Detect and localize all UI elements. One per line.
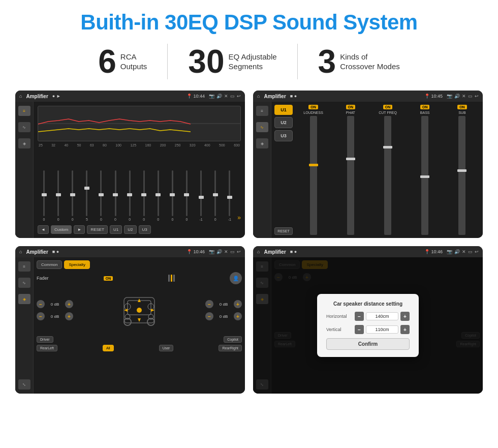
eq-thumb-5[interactable]: [99, 193, 104, 196]
eq-prev-btn[interactable]: ◄: [38, 225, 49, 234]
sidebar-eq-icon[interactable]: ≡: [18, 106, 30, 116]
ch-loudness: ON LOUDNESS: [296, 105, 331, 235]
sidebar3-expand-icon[interactable]: ⤡: [18, 379, 30, 390]
eq-thumb-4[interactable]: [84, 187, 89, 190]
eq-thumb-2[interactable]: [56, 193, 61, 196]
screen3-sidebar: ≡ ∿ ◈ ⤡: [15, 257, 34, 394]
topbar-icons-2: 📷🔊✕▭↩: [447, 94, 479, 99]
eq-thumb-7[interactable]: [127, 193, 132, 196]
crossover-reset-btn[interactable]: RESET: [274, 227, 293, 235]
sidebar-speaker-icon[interactable]: ◈: [18, 138, 30, 148]
db1-value: 0 dB: [48, 302, 62, 307]
db3-value: 0 dB: [216, 302, 231, 307]
eq-graph: [38, 106, 241, 141]
page: Buith-in 30EQ DSP Sound System 6 RCAOutp…: [0, 0, 498, 404]
rearleft-zone-btn[interactable]: RearLeft: [37, 345, 57, 351]
horizontal-minus-btn[interactable]: −: [355, 312, 364, 321]
eq-track-1[interactable]: [43, 170, 45, 216]
vertical-stepper: − 110cm +: [355, 325, 410, 334]
topbar-time-4: 📍 10:46: [424, 249, 443, 254]
eq-curve-svg: [38, 106, 240, 141]
eq-slider-12: -1: [195, 170, 207, 221]
vertical-plus-btn[interactable]: +: [400, 325, 410, 334]
eq-thumb-8[interactable]: [141, 193, 146, 196]
eq-thumb-14[interactable]: [227, 196, 232, 199]
eq-thumb-3[interactable]: [70, 193, 75, 196]
specialty-tab[interactable]: Specialty: [64, 260, 89, 269]
db1-minus-btn[interactable]: −: [37, 300, 45, 308]
db3-plus-btn[interactable]: +: [234, 300, 242, 308]
screen2-content: ≡ ∿ ◈ U1 U2 U3 RESET ON LOU: [253, 102, 483, 238]
rearright-zone-btn[interactable]: RearRight: [219, 345, 242, 351]
eq-u1-btn[interactable]: U1: [110, 225, 122, 234]
eq-u3-btn[interactable]: U3: [139, 225, 151, 234]
sidebar2-speaker-icon[interactable]: ◈: [256, 138, 268, 148]
fader-tabs: Common Specialty: [37, 260, 242, 269]
eq-bottom-controls: ◄ Custom ► RESET U1 U2 U3: [38, 225, 241, 234]
vertical-minus-btn[interactable]: −: [355, 325, 364, 334]
eq-more-btn[interactable]: »: [237, 214, 241, 221]
vertical-value: 110cm: [366, 325, 398, 334]
eq-thumb-11[interactable]: [184, 193, 189, 196]
sidebar2-eq-icon[interactable]: ≡: [256, 106, 268, 116]
eq-next-btn[interactable]: ►: [74, 225, 85, 234]
sidebar2-wave-icon[interactable]: ∿: [256, 122, 268, 132]
confirm-button[interactable]: Confirm: [326, 338, 410, 350]
sub-label: SUB: [458, 111, 465, 114]
zone-buttons-bottom: RearLeft All User RearRight: [37, 345, 242, 351]
crossover-u3-btn[interactable]: U3: [274, 130, 293, 141]
all-zone-btn[interactable]: All: [103, 345, 114, 351]
eq-slider-9: 0: [152, 170, 165, 221]
car-layout: − 0 dB + − 0 dB +: [37, 287, 242, 333]
cutfreq-thumb[interactable]: [383, 146, 392, 148]
ch-bass: ON BASS: [408, 105, 443, 235]
topbar-dot-3: ■ ●: [52, 249, 59, 254]
eq-thumb-12[interactable]: [199, 196, 204, 199]
bass-thumb[interactable]: [420, 175, 429, 178]
eq-thumb-10[interactable]: [170, 193, 175, 196]
dialog-title: Car speaker distance setting: [326, 301, 410, 307]
db4-plus-btn[interactable]: +: [234, 312, 242, 320]
eq-thumb-1[interactable]: [42, 193, 47, 196]
driver-zone-btn[interactable]: Driver: [37, 336, 53, 343]
eq-slider-13: 0: [209, 170, 222, 221]
bass-on-badge: ON: [420, 105, 430, 109]
sidebar3-eq-icon[interactable]: ≡: [18, 261, 30, 272]
screen2-sidebar: ≡ ∿ ◈: [253, 102, 271, 238]
db1-plus-btn[interactable]: +: [65, 300, 73, 308]
loudness-thumb[interactable]: [309, 164, 318, 166]
stats-row: 6 RCAOutputs 30 EQ AdjustableSegments 3 …: [15, 44, 483, 79]
topbar-dot-1: ● ►: [52, 94, 61, 99]
stat-number-eq: 30: [188, 45, 224, 78]
eq-thumb-9[interactable]: [155, 193, 161, 196]
topbar-time-1: 📍 10:44: [186, 94, 205, 99]
cutfreq-on-badge: ON: [383, 105, 393, 109]
db4-minus-btn[interactable]: −: [205, 312, 213, 320]
crossover-u1-btn[interactable]: U1: [274, 105, 293, 115]
fader-label: Fader: [37, 276, 49, 281]
common-tab[interactable]: Common: [37, 260, 62, 269]
horizontal-row: Horizontal − 140cm +: [326, 312, 410, 321]
eq-thumb-6[interactable]: [113, 193, 118, 196]
sub-thumb[interactable]: [457, 169, 466, 172]
left-db-controls: − 0 dB + − 0 dB +: [37, 287, 73, 333]
screen-crossover: ⌂ Amplifier ■ ● 📍 10:45 📷🔊✕▭↩ ≡ ∿ ◈ U1: [253, 91, 483, 238]
horizontal-plus-btn[interactable]: +: [400, 312, 410, 321]
crossover-u2-btn[interactable]: U2: [274, 117, 293, 128]
sub-on-badge: ON: [457, 105, 467, 109]
db3-minus-btn[interactable]: −: [205, 300, 213, 308]
sidebar3-speaker-icon[interactable]: ◈: [18, 294, 30, 304]
phat-thumb[interactable]: [346, 158, 355, 160]
user-zone-btn[interactable]: User: [159, 345, 174, 351]
db2-minus-btn[interactable]: −: [37, 312, 45, 320]
eq-custom-btn[interactable]: Custom: [51, 225, 72, 234]
stat-number-rca: 6: [98, 45, 116, 78]
sidebar3-wave-icon[interactable]: ∿: [18, 278, 30, 288]
eq-reset-btn[interactable]: RESET: [87, 225, 108, 234]
sidebar-wave-icon[interactable]: ∿: [18, 122, 30, 132]
db-row-2: − 0 dB +: [37, 312, 73, 320]
copilot-zone-btn[interactable]: Copilot: [224, 336, 242, 343]
db2-plus-btn[interactable]: +: [65, 312, 73, 320]
eq-u2-btn[interactable]: U2: [124, 225, 136, 234]
eq-thumb-13[interactable]: [213, 193, 218, 196]
